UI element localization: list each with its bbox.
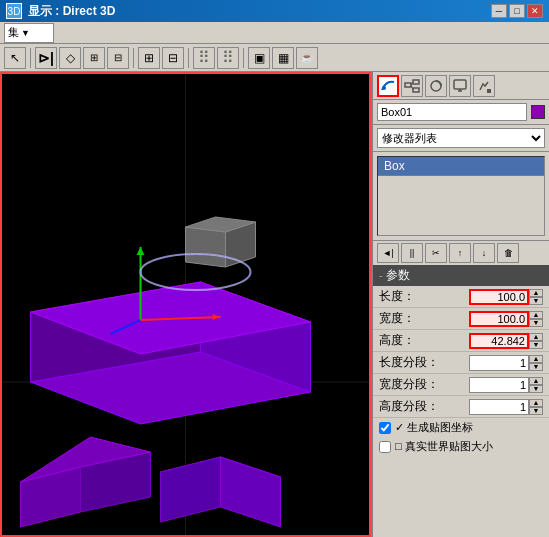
title-bar-left: 3D 显示 : Direct 3D — [6, 3, 115, 20]
menu-set-select[interactable]: 集 ▼ — [4, 23, 54, 43]
cursor-tool-button[interactable]: ↖ — [4, 47, 26, 69]
param-input-hgt-seg[interactable] — [469, 399, 529, 415]
param-label-wid-seg: 宽度分段： — [379, 376, 469, 393]
table-button[interactable]: ⊞ — [138, 47, 160, 69]
dots2-button[interactable]: ⠿ — [217, 47, 239, 69]
checkbox-realworld[interactable] — [379, 441, 391, 453]
camera-button[interactable]: ▣ — [248, 47, 270, 69]
teapot-button[interactable]: ☕ — [296, 47, 318, 69]
svg-rect-33 — [487, 89, 491, 93]
mod-pipe-button[interactable]: || — [401, 243, 423, 263]
param-label-width: 宽度： — [379, 310, 469, 327]
param-row-length: 长度： ▲ ▼ — [373, 286, 549, 308]
svg-point-23 — [382, 86, 386, 90]
svg-marker-12 — [186, 227, 226, 267]
viewport-scene — [0, 72, 371, 537]
spin-up-width[interactable]: ▲ — [529, 311, 543, 319]
toolbar-sep3 — [188, 48, 189, 68]
checkbox-row-realworld: □ 真实世界贴图大小 — [373, 437, 549, 456]
object-name-input[interactable] — [377, 103, 527, 121]
param-row-wid-seg: 宽度分段： ▲ ▼ — [373, 374, 549, 396]
spin-down-wid-seg[interactable]: ▼ — [529, 385, 543, 393]
mod-pin-button[interactable]: ◄| — [377, 243, 399, 263]
panel-modify-button[interactable] — [377, 75, 399, 97]
mod-up-button[interactable]: ↑ — [449, 243, 471, 263]
unlink-button[interactable]: ⊟ — [107, 47, 129, 69]
svg-rect-26 — [413, 88, 419, 92]
param-input-wid-seg[interactable] — [469, 377, 529, 393]
dots-button[interactable]: ⠿ — [193, 47, 215, 69]
maximize-button[interactable]: □ — [509, 4, 525, 18]
object-name-row — [373, 100, 549, 125]
spin-up-length[interactable]: ▲ — [529, 289, 543, 297]
param-label-hgt-seg: 高度分段： — [379, 398, 469, 415]
title-buttons: ─ □ ✕ — [491, 4, 543, 18]
param-input-len-seg[interactable] — [469, 355, 529, 371]
mod-scissors-button[interactable]: ✂ — [425, 243, 447, 263]
title-bar: 3D 显示 : Direct 3D ─ □ ✕ — [0, 0, 549, 22]
mod-down-button[interactable]: ↓ — [473, 243, 495, 263]
param-row-height: 高度： ▲ ▼ — [373, 330, 549, 352]
display-button[interactable]: ▦ — [272, 47, 294, 69]
toolbar-sep2 — [133, 48, 134, 68]
params-header[interactable]: - 参数 — [373, 265, 549, 286]
right-panel: 修改器列表 Box ◄| || ✂ ↑ ↓ 🗑 — [371, 72, 549, 537]
toolbar-sep4 — [243, 48, 244, 68]
param-spinner-hgt-seg: ▲ ▼ — [529, 399, 543, 415]
param-spinner-len-seg: ▲ ▼ — [529, 355, 543, 371]
param-row-hgt-seg: 高度分段： ▲ ▼ — [373, 396, 549, 418]
select-button[interactable]: ⊳| — [35, 47, 57, 69]
modifier-list-select[interactable]: 修改器列表 — [377, 128, 545, 148]
spin-down-hgt-seg[interactable]: ▼ — [529, 407, 543, 415]
svg-rect-24 — [405, 83, 411, 87]
spin-up-wid-seg[interactable]: ▲ — [529, 377, 543, 385]
close-button[interactable]: ✕ — [527, 4, 543, 18]
toolbar-separator — [30, 48, 31, 68]
minimize-button[interactable]: ─ — [491, 4, 507, 18]
main-area: 修改器列表 Box ◄| || ✂ ↑ ↓ 🗑 — [0, 72, 549, 537]
title-text: 显示 : Direct 3D — [28, 3, 115, 20]
modifier-list[interactable]: Box — [377, 156, 545, 236]
modifier-buttons: ◄| || ✂ ↑ ↓ 🗑 — [373, 240, 549, 265]
object-color-swatch[interactable] — [531, 105, 545, 119]
param-input-height[interactable] — [469, 333, 529, 349]
main-toolbar: ↖ ⊳| ◇ ⊞ ⊟ ⊞ ⊟ ⠿ ⠿ ▣ ▦ ☕ — [0, 44, 549, 72]
checkbox-label-realworld: □ 真实世界贴图大小 — [395, 439, 493, 454]
param-input-width[interactable] — [469, 311, 529, 327]
param-row-len-seg: 长度分段： ▲ ▼ — [373, 352, 549, 374]
checkbox-row-uvw: ✓ 生成贴图坐标 — [373, 418, 549, 437]
modifier-item-box[interactable]: Box — [378, 157, 544, 176]
spin-up-height[interactable]: ▲ — [529, 333, 543, 341]
parameters-section: - 参数 长度： ▲ ▼ 宽度： ▲ ▼ — [373, 265, 549, 537]
param-spinner-wid-seg: ▲ ▼ — [529, 377, 543, 393]
panel-motion-button[interactable] — [425, 75, 447, 97]
panel-hierarchy-button[interactable] — [401, 75, 423, 97]
spin-down-height[interactable]: ▼ — [529, 341, 543, 349]
param-spinner-length: ▲ ▼ — [529, 289, 543, 305]
checkbox-uvw[interactable] — [379, 422, 391, 434]
mod-delete-button[interactable]: 🗑 — [497, 243, 519, 263]
panel-utilities-button[interactable] — [473, 75, 495, 97]
panel-toolbar — [373, 72, 549, 100]
link-button[interactable]: ⊞ — [83, 47, 105, 69]
modifier-dropdown-row: 修改器列表 — [373, 125, 549, 152]
spin-up-len-seg[interactable]: ▲ — [529, 355, 543, 363]
spin-down-len-seg[interactable]: ▼ — [529, 363, 543, 371]
spin-down-length[interactable]: ▼ — [529, 297, 543, 305]
param-spinner-width: ▲ ▼ — [529, 311, 543, 327]
params-toggle: - — [379, 270, 382, 281]
viewport[interactable] — [0, 72, 371, 537]
param-input-length[interactable] — [469, 289, 529, 305]
panel-display-button[interactable] — [449, 75, 471, 97]
table2-button[interactable]: ⊟ — [162, 47, 184, 69]
checkbox-label-uvw: ✓ 生成贴图坐标 — [395, 420, 473, 435]
spin-up-hgt-seg[interactable]: ▲ — [529, 399, 543, 407]
param-label-length: 长度： — [379, 288, 469, 305]
spin-down-width[interactable]: ▼ — [529, 319, 543, 327]
param-spinner-height: ▲ ▼ — [529, 333, 543, 349]
paint-button[interactable]: ◇ — [59, 47, 81, 69]
param-label-len-seg: 长度分段： — [379, 354, 469, 371]
param-label-height: 高度： — [379, 332, 469, 349]
params-title: 参数 — [386, 267, 410, 284]
svg-rect-30 — [454, 80, 466, 89]
